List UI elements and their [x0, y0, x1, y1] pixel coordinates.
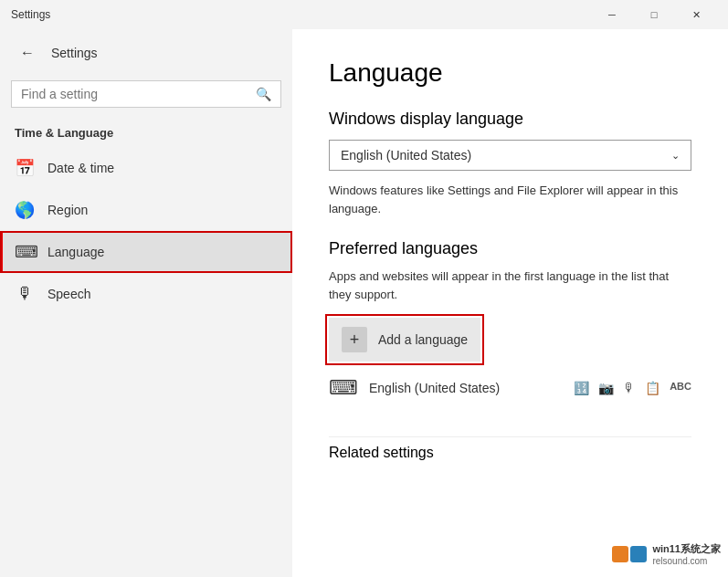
- preferred-languages-title: Preferred languages: [329, 239, 691, 258]
- speech-icon: 🎙: [15, 284, 35, 303]
- section-label: Time & Language: [0, 119, 292, 147]
- feature-icon-3: 🎙: [623, 381, 636, 395]
- feature-icon-2: 📷: [598, 381, 614, 395]
- watermark-text-container: win11系统之家 relsound.com: [652, 542, 721, 566]
- search-icon: 🔍: [256, 87, 271, 101]
- language-entry-name: English (United States): [369, 381, 563, 395]
- display-language-description: Windows features like Settings and File …: [329, 182, 691, 217]
- title-bar-title: Settings: [11, 8, 591, 21]
- feature-icon-1: 🔢: [574, 381, 589, 395]
- dropdown-value: English (United States): [341, 148, 471, 163]
- watermark-logo: [612, 546, 647, 562]
- wm-square-blue: [630, 546, 647, 562]
- sidebar-app-title: Settings: [51, 46, 98, 60]
- date-time-icon: 📅: [15, 158, 35, 178]
- related-settings-title: Related settings: [329, 436, 691, 461]
- display-language-dropdown[interactable]: English (United States) ⌄: [329, 140, 691, 171]
- sidebar-item-label-date-time: Date & time: [47, 161, 114, 175]
- sidebar-item-region[interactable]: 🌎 Region: [0, 189, 292, 231]
- sidebar-header: ← Settings: [0, 29, 292, 77]
- watermark-site: relsound.com: [652, 556, 721, 566]
- language-icon: ⌨: [15, 242, 35, 262]
- region-icon: 🌎: [15, 200, 35, 220]
- minimize-button[interactable]: ─: [591, 0, 633, 29]
- sidebar-item-label-speech: Speech: [47, 287, 90, 301]
- preferred-languages-description: Apps and websites will appear in the fir…: [329, 268, 691, 303]
- back-button[interactable]: ←: [15, 40, 40, 66]
- app-container: ← Settings 🔍 Time & Language 📅 Date & ti…: [0, 29, 728, 577]
- sidebar-item-date-time[interactable]: 📅 Date & time: [0, 147, 292, 189]
- add-language-button[interactable]: + Add a language: [329, 318, 480, 362]
- close-button[interactable]: ✕: [675, 0, 717, 29]
- sidebar-item-language[interactable]: ⌨ Language: [0, 231, 292, 273]
- search-box[interactable]: 🔍: [11, 80, 281, 108]
- chevron-down-icon: ⌄: [671, 150, 680, 162]
- title-bar-controls: ─ □ ✕: [591, 0, 717, 29]
- main-content: Language Windows display language Englis…: [292, 29, 728, 577]
- sidebar: ← Settings 🔍 Time & Language 📅 Date & ti…: [0, 29, 292, 577]
- plus-icon: +: [342, 327, 367, 352]
- sidebar-item-label-region: Region: [47, 203, 88, 217]
- sidebar-item-label-language: Language: [47, 245, 104, 259]
- language-entry-icon: ⌨: [329, 376, 358, 400]
- maximize-button[interactable]: □: [633, 0, 675, 29]
- add-language-label: Add a language: [378, 332, 468, 347]
- page-title: Language: [329, 58, 691, 88]
- wm-square-orange: [612, 546, 628, 562]
- related-settings-label: Related settings: [329, 445, 434, 460]
- watermark: win11系统之家 relsound.com: [612, 542, 721, 566]
- language-features: 🔢 📷 🎙 📋 ABC: [574, 381, 691, 395]
- feature-icon-5: ABC: [670, 381, 691, 395]
- display-language-title: Windows display language: [329, 110, 691, 129]
- sidebar-item-speech[interactable]: 🎙 Speech: [0, 273, 292, 314]
- title-bar: Settings ─ □ ✕: [0, 0, 728, 29]
- feature-icon-4: 📋: [645, 381, 660, 395]
- search-input[interactable]: [21, 87, 248, 101]
- language-entry: ⌨ English (United States) 🔢 📷 🎙 📋 ABC: [329, 369, 691, 407]
- watermark-text: win11系统之家: [652, 542, 721, 556]
